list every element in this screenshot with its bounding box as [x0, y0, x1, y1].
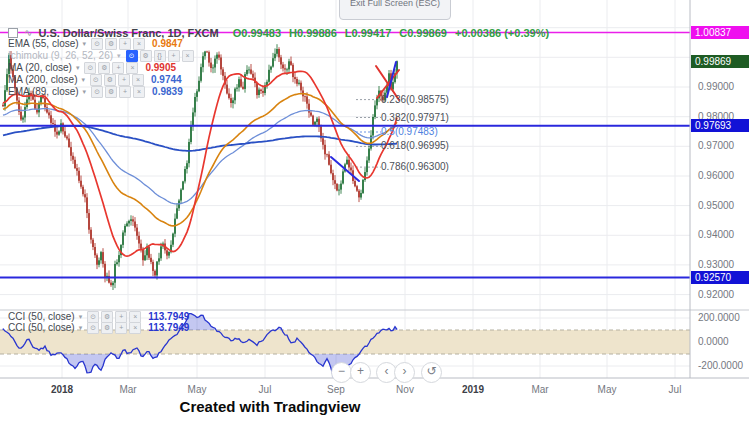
plus-icon[interactable]: + — [119, 38, 131, 50]
price-tick: 0.97000 — [698, 140, 734, 151]
chart-window: Exit Full Screen (ESC) ∿ U.S. Dollar/Swi… — [0, 0, 749, 427]
price-tick: 0.99000 — [698, 81, 734, 92]
reset-view-button[interactable]: ↺ — [421, 362, 442, 383]
chevron-down-icon[interactable]: ▾ — [81, 76, 85, 84]
indicator-label: MA (200, close) — [8, 74, 77, 85]
indicator-label: EMA (89, close) — [8, 86, 79, 97]
indicator-value: 0.9847 — [152, 38, 183, 49]
cci-legend-row-0[interactable]: CCI (50, close)▾⊙⚙+×113.7949 — [8, 311, 189, 322]
time-label: Nov — [396, 384, 414, 395]
legend-row-0[interactable]: EMA (55, close)▾⊙⚙+×0.9847 — [8, 38, 183, 49]
fib-level-label: 0.5(0.97483) — [381, 126, 438, 137]
indicator-value: 113.7949 — [148, 311, 189, 322]
close-icon[interactable]: × — [129, 311, 141, 323]
gear-icon[interactable]: ⚙ — [105, 86, 117, 98]
indicator-label: MA (20, close) — [8, 62, 72, 73]
close-icon[interactable]: × — [182, 50, 194, 62]
eye-icon[interactable]: ⊙ — [87, 322, 99, 334]
price-label: 0.92570 — [691, 271, 749, 284]
time-label: 2018 — [51, 384, 73, 395]
gear-icon[interactable]: ⚙ — [140, 50, 152, 62]
chevron-down-icon[interactable]: ▾ — [83, 88, 87, 96]
price-label: 0.97693 — [691, 119, 749, 132]
close-icon[interactable]: × — [129, 322, 141, 334]
plus-icon[interactable]: + — [118, 74, 130, 86]
indicator-value: 113.7949 — [148, 322, 189, 333]
time-label: Jul — [669, 384, 682, 395]
legend-row-4[interactable]: EMA (89, close)▾⊙⚙+×0.9839 — [8, 86, 183, 97]
exit-fullscreen-button[interactable]: Exit Full Screen (ESC) — [339, 0, 451, 20]
cci-tick: 0.0000 — [698, 336, 729, 347]
close-icon[interactable]: × — [126, 62, 138, 74]
time-label: May — [598, 384, 617, 395]
series-style-icon[interactable]: ∿ — [24, 28, 32, 38]
chevron-down-icon[interactable]: ▾ — [83, 40, 87, 48]
fib-level-label: 0.786(0.96300) — [381, 161, 449, 172]
gear-icon[interactable]: ⚙ — [98, 62, 110, 74]
price-label: 1.00837 — [691, 26, 749, 39]
cci-tick: -200.0000 — [698, 360, 743, 371]
chevron-down-icon[interactable]: ▾ — [79, 324, 83, 332]
gear-icon[interactable]: ⚙ — [104, 74, 116, 86]
plus-icon[interactable]: + — [115, 311, 127, 323]
scroll-right-button[interactable]: › — [394, 362, 415, 383]
eye-icon[interactable]: ⊙ — [126, 50, 138, 62]
eye-icon[interactable]: ⊙ — [90, 74, 102, 86]
gear-icon[interactable]: ⚙ — [101, 311, 113, 323]
price-tick: 0.92000 — [698, 289, 734, 300]
cci-legend-row-1[interactable]: CCI (50, close)▾⊙⚙+×113.7949 — [8, 322, 189, 333]
price-tick: 0.94000 — [698, 229, 734, 240]
chevron-down-icon[interactable]: ▾ — [79, 313, 83, 321]
close-icon[interactable]: × — [133, 38, 145, 50]
eye-icon[interactable]: ⊙ — [91, 38, 103, 50]
close-icon[interactable]: × — [133, 86, 145, 98]
eye-icon[interactable]: ⊙ — [87, 311, 99, 323]
time-label: Mar — [119, 384, 136, 395]
cci-band — [0, 330, 690, 354]
indicator-value: 0.9744 — [151, 74, 182, 85]
legend-row-2[interactable]: MA (20, close)▾⊙⚙+×0.9905 — [8, 62, 176, 73]
indicator-label: CCI (50, close) — [8, 322, 75, 333]
price-tick: 0.95000 — [698, 200, 734, 211]
plus-icon[interactable]: + — [115, 322, 127, 334]
chevron-down-icon[interactable]: ▾ — [76, 64, 80, 72]
price-tick: 0.96000 — [698, 170, 734, 181]
legend-row-1[interactable]: Ichimoku (9, 26, 52, 26)▾⊙⚙{}+× — [8, 50, 194, 61]
chevron-down-icon[interactable]: ▾ — [117, 52, 121, 60]
watermark: Created with Tradingview — [0, 398, 540, 415]
price-tick: 0.93000 — [698, 259, 734, 270]
fib-level-label: 0.618(0.96995) — [381, 140, 449, 151]
plus-icon[interactable]: + — [168, 50, 180, 62]
ohlc-high: H0.99886 — [289, 27, 337, 39]
indicator-label: EMA (55, close) — [8, 38, 79, 49]
indicator-value: 0.9905 — [145, 62, 176, 73]
ohlc-open: O0.99483 — [233, 27, 281, 39]
time-label: 2019 — [462, 384, 484, 395]
gear-icon[interactable]: ⚙ — [105, 38, 117, 50]
braces-icon[interactable]: {} — [154, 50, 166, 62]
time-label: Mar — [531, 384, 548, 395]
ohlc-low: L0.99417 — [345, 27, 391, 39]
plus-icon[interactable]: + — [112, 62, 124, 74]
time-label: Sep — [327, 384, 345, 395]
plus-icon[interactable]: + — [119, 86, 131, 98]
eye-icon[interactable]: ⊙ — [84, 62, 96, 74]
ohlc-change: +0.00386 (+0.39%) — [455, 27, 549, 39]
zoom-in-button[interactable]: + — [350, 362, 371, 383]
price-label: 0.99869 — [691, 55, 749, 68]
gear-icon[interactable]: ⚙ — [101, 322, 113, 334]
cci-tick: 200.0000 — [698, 312, 740, 323]
eye-icon[interactable]: ⊙ — [91, 86, 103, 98]
close-icon[interactable]: × — [132, 74, 144, 86]
legend-row-3[interactable]: MA (200, close)▾⊙⚙+×0.9744 — [8, 74, 182, 85]
time-label: May — [188, 384, 207, 395]
indicator-value: 0.9839 — [152, 86, 183, 97]
select-checkbox-icon[interactable] — [8, 28, 18, 38]
zoom-out-button[interactable]: − — [331, 362, 352, 383]
fib-level-label: 0.382(0.97971) — [381, 112, 449, 123]
ohlc-close: C0.99869 — [399, 27, 447, 39]
indicator-label: Ichimoku (9, 26, 52, 26) — [8, 50, 113, 61]
fib-level-label: 0.236(0.98575) — [381, 94, 449, 105]
time-label: Jul — [259, 384, 272, 395]
indicator-label: CCI (50, close) — [8, 311, 75, 322]
